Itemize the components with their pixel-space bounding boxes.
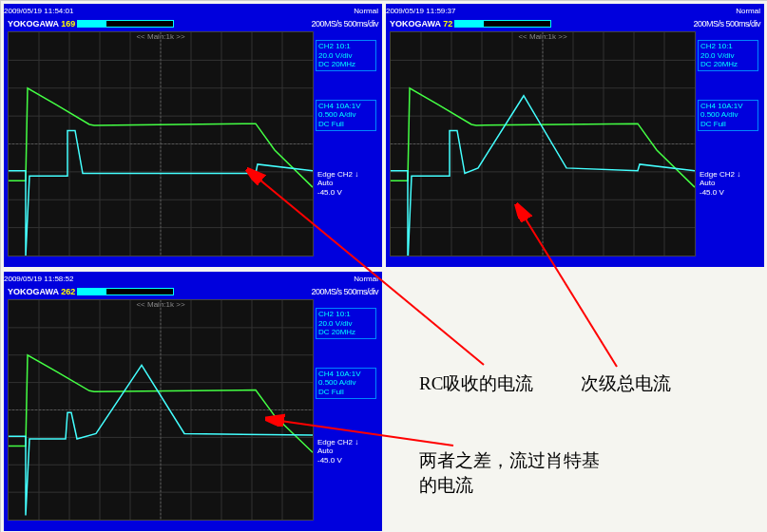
waveform-plot[interactable]: << Main:1k >> (390, 31, 696, 256)
trigger-settings[interactable]: Edge CH2 ↓ Auto -45.0 V (698, 169, 758, 199)
channel-settings: CH2 10:1 20.0 V/div DC 20MHz CH4 10A:1V … (696, 30, 760, 257)
scope-header-2: YOKOGAWA 262 200MS/s 500ms/div (4, 285, 382, 298)
brand: YOKOGAWA 262 (8, 287, 75, 296)
annotation-a3: 两者之差，流过肖特基的电流 (419, 448, 609, 498)
oscilloscope-s3: 2009/05/19 11:58:52 Normal YOKOGAWA 262 … (4, 272, 382, 531)
annotation-a2: 次级总电流 (581, 371, 671, 396)
frame-count: 169 (61, 19, 75, 28)
ch4-settings[interactable]: CH4 10A:1V 0.500 A/div DC Full (698, 100, 758, 131)
ch2-settings[interactable]: CH2 10:1 20.0 V/div DC 20MHz (698, 40, 758, 71)
channel-settings: CH2 10:1 20.0 V/div DC 20MHz CH4 10A:1V … (314, 298, 378, 522)
progress-bar (77, 288, 174, 295)
waveform-plot[interactable]: << Main:1k >> (8, 299, 314, 521)
scope-header: 2009/05/19 11:59:37 Normal (386, 4, 764, 17)
run-mode: Normal (354, 275, 382, 283)
ch2-settings[interactable]: CH2 10:1 20.0 V/div DC 20MHz (316, 40, 376, 71)
run-mode: Normal (736, 7, 764, 15)
timestamp: 2009/05/19 11:58:52 (4, 275, 73, 283)
oscilloscope-s2: 2009/05/19 11:59:37 Normal YOKOGAWA 72 2… (386, 4, 764, 267)
channel-settings: CH2 10:1 20.0 V/div DC 20MHz CH4 10A:1V … (314, 30, 378, 257)
frame-count: 262 (61, 287, 75, 296)
ch2-settings[interactable]: CH2 10:1 20.0 V/div DC 20MHz (316, 308, 376, 339)
ch4-settings[interactable]: CH4 10A:1V 0.500 A/div DC Full (316, 100, 376, 131)
progress-bar (77, 20, 174, 28)
trigger-settings[interactable]: Edge CH2 ↓ Auto -45.0 V (316, 169, 376, 199)
sample-rate: 200MS/s 500ms/div (311, 287, 382, 296)
scope-header-2: YOKOGAWA 169 200MS/s 500ms/div (4, 17, 382, 30)
brand: YOKOGAWA 169 (8, 19, 75, 28)
waveform-plot[interactable]: << Main:1k >> POSITION☉Position (8, 31, 314, 256)
timestamp: 2009/05/19 11:54:01 (4, 7, 73, 15)
run-mode: Normal (354, 7, 382, 15)
scope-header: 2009/05/19 11:58:52 Normal (4, 272, 382, 285)
frame-count: 72 (443, 19, 452, 28)
scope-header: 2009/05/19 11:54:01 Normal (4, 4, 382, 17)
annotation-a1: RC吸收的电流 (419, 371, 533, 396)
timestamp: 2009/05/19 11:59:37 (386, 7, 455, 15)
trigger-settings[interactable]: Edge CH2 ↓ Auto -45.0 V (316, 437, 376, 466)
progress-bar (454, 20, 551, 28)
oscilloscope-s1: 2009/05/19 11:54:01 Normal YOKOGAWA 169 … (4, 4, 382, 267)
scope-header-2: YOKOGAWA 72 200MS/s 500ms/div (386, 17, 764, 30)
sample-rate: 200MS/s 500ms/div (693, 19, 764, 28)
ch4-settings[interactable]: CH4 10A:1V 0.500 A/div DC Full (316, 368, 376, 399)
sample-rate: 200MS/s 500ms/div (311, 19, 382, 28)
brand: YOKOGAWA 72 (390, 19, 452, 28)
